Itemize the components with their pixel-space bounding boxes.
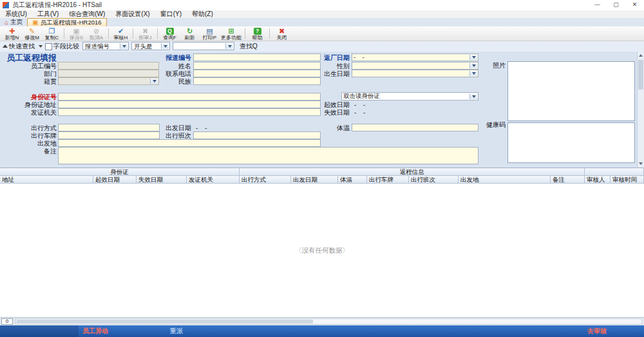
minimize-button[interactable]: — <box>588 0 607 10</box>
chevron-down-icon[interactable] <box>120 43 128 49</box>
chevron-down-icon[interactable] <box>225 43 233 49</box>
grid-body[interactable]: 〈没有任何数据〉 <box>0 184 644 317</box>
column-header-plate-no[interactable]: 出行车牌 <box>367 176 409 184</box>
chevron-down-icon[interactable] <box>469 93 477 99</box>
new-button-label: 新增N <box>5 35 19 41</box>
plate-no-field[interactable] <box>58 131 160 139</box>
scroll-down-icon[interactable] <box>639 162 643 165</box>
status-link-go-audit[interactable]: 去审核 <box>587 327 607 335</box>
chevron-down-icon[interactable] <box>469 55 477 60</box>
app-window: 员工返程填报-HR2016 - HTSail — ▢ ✕ 系统(U) 工具(V)… <box>0 0 644 337</box>
report-no-field[interactable] <box>193 53 321 61</box>
print-button[interactable]: ▤ 打印P <box>200 26 220 41</box>
grid-footer-bar: 0 <box>0 317 644 325</box>
more-functions-icon: ⊞ <box>228 27 234 35</box>
department-label: 部门 <box>24 70 57 78</box>
return-date-field[interactable]: - - <box>352 53 478 61</box>
tab-home[interactable]: ⌂ 主页 <box>0 18 27 26</box>
tab-current[interactable]: ▣ 员工返程填报-HR2016 <box>27 18 106 26</box>
new-button[interactable]: ✚ 新增N <box>2 26 22 41</box>
column-header-address[interactable]: 地址 <box>0 176 93 184</box>
photo-box <box>507 61 635 121</box>
depart-date-label: 出发日期 <box>159 124 191 132</box>
menu-item-window[interactable]: 窗口(Y) <box>155 10 187 18</box>
cancel-button: ⊘ 取消A <box>86 26 106 41</box>
temperature-label: 体温 <box>317 124 350 132</box>
menu-item-tools[interactable]: 工具(V) <box>32 10 64 18</box>
column-header-expire-date[interactable]: 失效日期 <box>137 176 187 184</box>
tabbar: ⌂ 主页 ▣ 员工返程填报-HR2016 <box>0 18 644 27</box>
nation-field[interactable] <box>193 77 321 85</box>
column-header-depart-place[interactable]: 出发地 <box>459 176 551 184</box>
column-header-audit-time[interactable]: 审核时间 <box>611 176 644 184</box>
issuer-field[interactable] <box>58 108 321 116</box>
scroll-up-icon[interactable] <box>639 54 643 57</box>
menu-item-ui-settings[interactable]: 界面设置(X) <box>110 10 155 18</box>
phone-field[interactable] <box>193 70 321 77</box>
name-field[interactable] <box>193 62 321 70</box>
id-no-field[interactable] <box>58 93 321 101</box>
audit-icon: ✔ <box>118 27 124 35</box>
chevron-down-icon[interactable] <box>150 79 158 84</box>
search-operator-select[interactable]: 开头是 <box>131 42 170 50</box>
quickfind-dropdown-icon[interactable] <box>39 45 43 48</box>
refresh-button[interactable]: ↻ 刷新 <box>180 26 200 41</box>
column-header-depart-date[interactable]: 出发日期 <box>291 176 338 184</box>
id-address-field[interactable] <box>58 101 321 108</box>
print-icon: ▤ <box>206 27 213 35</box>
menu-item-help[interactable]: 帮助(Z) <box>187 10 218 18</box>
search-field-value: 报道编号 <box>85 43 109 50</box>
help-button[interactable]: ? 帮助 <box>247 26 267 41</box>
menu-item-system[interactable]: 系统(U) <box>0 10 32 18</box>
search-button[interactable]: 查找Q <box>240 43 258 50</box>
search-field-select[interactable]: 报道编号 <box>82 42 129 50</box>
column-header-shift-no[interactable]: 出行班次 <box>409 176 459 184</box>
chevron-down-icon[interactable] <box>161 43 169 49</box>
horizontal-scrollbar[interactable] <box>15 318 642 325</box>
audit-button[interactable]: ✔ 审核H <box>111 26 131 41</box>
status-link-employee-transfer[interactable]: 员工异动 <box>82 327 108 335</box>
query-button[interactable]: Q 查询F <box>160 26 180 41</box>
close-button[interactable]: ✕ <box>625 0 644 10</box>
quickfind-label[interactable]: 快速查找 <box>9 43 35 50</box>
column-header-issuer[interactable]: 发证机关 <box>187 176 240 184</box>
close-form-button[interactable]: ✖ 关闭 <box>272 26 292 41</box>
form-vertical-scrollbar[interactable] <box>637 52 644 168</box>
scrollbar-thumb[interactable] <box>638 60 643 90</box>
column-header-effective-date[interactable]: 起效日期 <box>93 176 137 184</box>
field-compare-checkbox[interactable] <box>45 43 52 50</box>
modify-button[interactable]: ✎ 修改M <box>22 26 42 41</box>
column-header-travel-mode[interactable]: 出行方式 <box>240 176 291 184</box>
depart-place-field[interactable] <box>58 139 321 147</box>
menu-item-query[interactable]: 综合查询(W) <box>64 10 110 18</box>
id-card-reader-select[interactable]: 双击读身份证 <box>341 92 478 101</box>
column-header-remark[interactable]: 备注 <box>551 176 585 184</box>
collapse-panel-icon[interactable] <box>3 44 8 48</box>
issuer-label: 发证机关 <box>18 109 57 117</box>
shift-no-field[interactable] <box>193 131 321 139</box>
gender-field[interactable] <box>352 62 478 70</box>
remark-field[interactable] <box>58 147 478 164</box>
maximize-button[interactable]: ▢ <box>607 0 625 10</box>
chevron-down-icon[interactable] <box>469 71 477 76</box>
form-area: 员工返程填报 报道编号 返厂日期 - - 员工编号 姓名 性别 部门 联系电话 … <box>0 52 644 168</box>
temperature-field[interactable] <box>352 124 478 131</box>
copy-button[interactable]: ❐ 复制C <box>42 26 62 41</box>
more-functions-button[interactable]: ⊞ 更多功能 <box>220 26 243 41</box>
grid-group-header-row: 身份证 返程信息 <box>0 168 644 176</box>
column-header-temperature[interactable]: 体温 <box>338 176 367 184</box>
travel-mode-field[interactable] <box>58 124 160 131</box>
app-icon <box>3 2 9 8</box>
id-card-reader-label: 双击读身份证 <box>343 93 380 99</box>
refresh-icon: ↻ <box>187 27 193 35</box>
refresh-button-label: 刷新 <box>185 35 195 41</box>
column-header-auditor[interactable]: 审核人 <box>585 176 611 184</box>
birth-date-field[interactable] <box>352 70 478 77</box>
status-link-redispatch[interactable]: 重派 <box>170 327 183 335</box>
search-input[interactable] <box>173 42 234 50</box>
scrollbar-thumb[interactable] <box>17 320 313 323</box>
print-button-label: 打印P <box>203 35 216 41</box>
expire-date-value[interactable]: - - <box>354 109 368 117</box>
effective-date-value[interactable]: - - <box>354 101 368 109</box>
field-compare-label: 字段比较 <box>53 43 79 50</box>
